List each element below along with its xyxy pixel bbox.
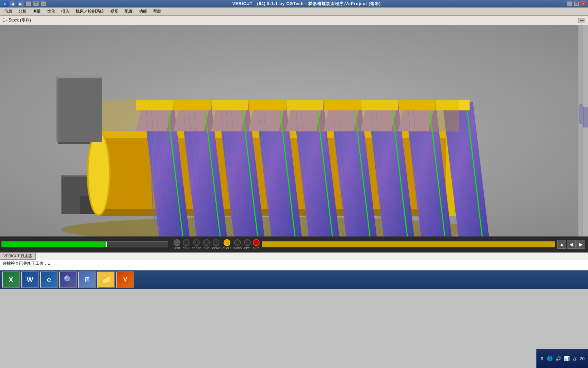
rapid-label: RAPID	[233, 247, 242, 250]
comp-label: COMP	[212, 247, 220, 250]
cycle-label: CYCLE	[222, 247, 231, 250]
viewport	[0, 25, 588, 236]
menu-measure[interactable]: 测量	[30, 8, 44, 15]
opti-label: OPTI	[244, 247, 250, 250]
coll-indicator: COLL	[182, 239, 190, 250]
taskbar-folder[interactable]: 📁	[97, 272, 115, 288]
taskbar-excel[interactable]: X	[2, 272, 20, 288]
coll-light	[183, 239, 190, 246]
menu-function[interactable]: 功能	[136, 8, 150, 15]
menu-analysis[interactable]: 分析	[16, 8, 29, 15]
coll-label: COLL	[182, 247, 190, 250]
sub-indicator: SUB	[203, 239, 210, 250]
win-close-btn[interactable]: ✕	[581, 1, 586, 6]
comp-indicator: COMP	[212, 239, 220, 250]
minimize-btn[interactable]: —	[26, 1, 31, 6]
title-detail: (64) 8.1.1 by CGTech - 梯形槽螺纹宏程序.VcProjec…	[257, 1, 381, 6]
title-bar: V ◀ ▶ — ❐ □ VERICUT (64) 8.1.1 by CGTech…	[0, 0, 588, 7]
tray-printer-icon[interactable]: 🖨	[572, 356, 577, 361]
viewport-scrollbar[interactable]	[583, 25, 588, 236]
control-bar: LIMIT COLL PROBE SUB COMP CYCLE RAPID O	[0, 236, 588, 252]
secondary-progress-section	[261, 241, 557, 247]
svg-point-15	[88, 133, 109, 214]
nav-forward-btn[interactable]: ▶	[576, 240, 585, 249]
rapid-light	[234, 239, 241, 246]
svg-rect-73	[56, 76, 102, 78]
win-maximize-btn[interactable]: ❐	[574, 1, 579, 6]
win-minimize-btn[interactable]: —	[567, 1, 572, 6]
log-message: 碰撞检查已关闭于工位：1	[3, 261, 50, 266]
svg-rect-6	[61, 175, 62, 214]
sub-label: SUB	[204, 247, 209, 250]
nav-back-btn[interactable]: ◀	[567, 240, 576, 249]
taskbar-ie[interactable]: e	[40, 272, 58, 288]
stock-collapse-btn[interactable]: —	[578, 18, 585, 23]
busy-light	[253, 239, 260, 246]
rapid-indicator: RAPID	[233, 239, 242, 250]
tray-battery-icon[interactable]: 📊	[564, 356, 570, 361]
system-clock: 20	[580, 356, 585, 361]
menu-machine[interactable]: 机床／控制系统	[73, 8, 107, 15]
3d-screw-view[interactable]	[0, 25, 588, 236]
opti-light	[244, 239, 251, 246]
stock-label: 1 - Stock (零件)	[3, 17, 31, 23]
progress-fill	[2, 242, 106, 247]
title-bar-controls: — ❐ ✕	[567, 1, 586, 6]
title-bar-left: V ◀ ▶ — ❐ □	[2, 1, 46, 6]
probe-light	[193, 239, 200, 246]
nav-up-btn[interactable]: ▲	[557, 240, 566, 249]
secondary-progress-bar[interactable]	[262, 241, 555, 247]
busy-indicator: BUSY	[253, 239, 260, 250]
app-icon: V	[2, 1, 7, 6]
forward-arrow[interactable]: ▶	[18, 1, 24, 6]
cycle-light	[224, 239, 230, 246]
busy-label: BUSY	[253, 247, 260, 250]
progress-bar[interactable]	[1, 241, 168, 247]
menu-bar: 信息 分析 测量 优化 报告 机床／控制系统 视图 配置 功能 帮助	[0, 7, 588, 16]
menu-optimize[interactable]: 优化	[44, 8, 58, 15]
system-tray: ⬆ 🌐 🔊 📊 🖨 20	[536, 349, 588, 368]
back-arrow[interactable]: ◀	[10, 1, 16, 6]
progress-marker	[106, 242, 107, 247]
maximize-btn[interactable]: ❐	[33, 1, 39, 6]
tray-upload-icon[interactable]: ⬆	[540, 356, 544, 361]
probe-label: PROBE	[192, 247, 201, 250]
svg-rect-72	[56, 76, 102, 142]
menu-info[interactable]: 信息	[1, 8, 15, 15]
nav-buttons: ▲ ◀ ▶	[557, 240, 585, 249]
status-indicators: LIMIT COLL PROBE SUB COMP CYCLE RAPID O	[174, 239, 260, 250]
title-text: VERICUT (64) 8.1.1 by CGTech - 梯形槽螺纹宏程序.…	[46, 1, 567, 7]
menu-help[interactable]: 帮助	[150, 8, 164, 15]
taskbar-desktop[interactable]: 🖥	[78, 272, 96, 288]
taskbar: X W e 🔍 🖥 📁 V ⬆ 🌐 🔊 📊 🖨 20	[0, 270, 588, 289]
taskbar-vericut[interactable]: V	[116, 272, 134, 288]
limit-light	[174, 239, 180, 246]
cycle-indicator: CYCLE	[222, 239, 231, 250]
taskbar-word[interactable]: W	[21, 272, 39, 288]
log-content: 碰撞检查已关闭于工位：1	[0, 260, 588, 270]
stock-bar: 1 - Stock (零件) —	[0, 16, 588, 25]
sub-light	[203, 239, 210, 246]
limit-label: LIMIT	[174, 247, 180, 250]
log-tab[interactable]: VERICUT 日志器	[0, 253, 36, 260]
tray-sound-icon[interactable]: 🔊	[555, 356, 561, 361]
tray-network-icon[interactable]: 🌐	[547, 356, 553, 361]
menu-view[interactable]: 视图	[108, 8, 121, 15]
app-name: VERICUT	[232, 1, 253, 6]
log-panel: VERICUT 日志器 碰撞检查已关闭于工位：1	[0, 252, 588, 270]
menu-report[interactable]: 报告	[59, 8, 72, 15]
scroll-thumb[interactable]	[583, 107, 588, 127]
menu-config[interactable]: 配置	[122, 8, 135, 15]
limit-indicator: LIMIT	[174, 239, 180, 250]
comp-light	[213, 239, 219, 246]
restore-btn[interactable]: □	[41, 1, 46, 6]
opti-indicator: OPTI	[244, 239, 251, 250]
probe-indicator: PROBE	[192, 239, 201, 250]
taskbar-search[interactable]: 🔍	[59, 272, 77, 288]
log-tab-label: VERICUT 日志器	[3, 254, 32, 259]
progress-section	[1, 241, 172, 247]
svg-rect-74	[56, 76, 58, 142]
